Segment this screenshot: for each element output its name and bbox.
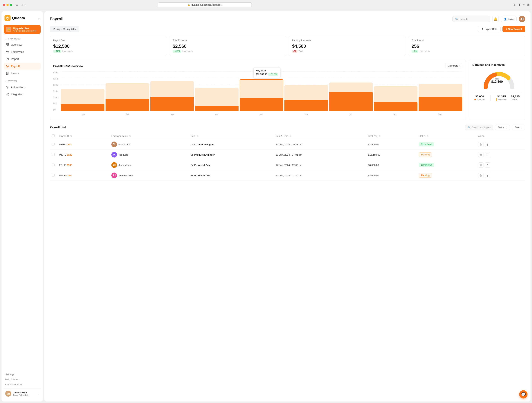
- help-link[interactable]: Help Centre: [4, 377, 41, 382]
- bar-group-may[interactable]: May 2024 $12,740.00 ↑ 51.3%: [240, 71, 283, 111]
- sidebar-item-payroll[interactable]: Payroll: [4, 63, 41, 69]
- bar-group-jan[interactable]: [61, 71, 104, 111]
- new-tab-icon[interactable]: +: [523, 3, 525, 6]
- sort-role-icon[interactable]: ⇅: [196, 135, 198, 137]
- status-filter-button[interactable]: Status ⌄: [495, 125, 510, 130]
- sidebar-user[interactable]: JH James Hunt Basic Subscription ⌄: [4, 389, 41, 398]
- bar-group-feb[interactable]: [106, 71, 149, 111]
- delete-button-2[interactable]: 🗑: [478, 162, 483, 168]
- export-button[interactable]: ⬆ Export Data: [478, 26, 500, 32]
- docs-link[interactable]: Documentation: [4, 382, 41, 387]
- sort-date-icon[interactable]: ⇅: [290, 135, 291, 137]
- donut-center-label: Total: [491, 78, 503, 80]
- row-0-id: PYRL-1201: [57, 139, 109, 150]
- sort-status-icon[interactable]: ⇅: [427, 135, 429, 137]
- tooltip-badge: ↑ 51.3%: [268, 73, 278, 76]
- download-icon[interactable]: ⬇: [513, 3, 516, 6]
- page-title: Payroll: [50, 17, 63, 21]
- stat-label-1: Total Expense: [173, 39, 283, 42]
- new-payroll-button[interactable]: + New Payroll: [502, 26, 525, 32]
- table-row-2: FGHE-0935 JH James Hunt Sr. Frontend Dev…: [50, 160, 525, 170]
- view-more-button[interactable]: View More ›: [445, 63, 462, 68]
- search-bar[interactable]: 🔍 Search: [452, 16, 490, 22]
- sidebar-item-employees[interactable]: Employees: [4, 49, 41, 55]
- header-user-avatar[interactable]: JH: [519, 16, 525, 22]
- more-button-3[interactable]: ⋮: [485, 173, 490, 178]
- row-2-select[interactable]: [52, 163, 55, 166]
- status-filter-caret: ⌄: [505, 126, 507, 129]
- settings-link[interactable]: Settings: [4, 372, 41, 377]
- maximize-traffic-light[interactable]: [10, 4, 12, 6]
- svg-point-5: [6, 51, 7, 52]
- bar-group-apr[interactable]: [195, 71, 239, 111]
- delete-button-3[interactable]: 🗑: [478, 173, 483, 178]
- invite-label: Invite: [508, 18, 514, 20]
- y-label-3: $15k: [53, 90, 60, 92]
- bar-group-sept[interactable]: [418, 71, 462, 111]
- row-0-name: GL Grace Lina: [109, 139, 188, 150]
- chat-button[interactable]: 💬: [519, 390, 527, 398]
- x-label-aug: Aug: [373, 113, 418, 115]
- row-0-action: 🗑 ⋮: [476, 139, 525, 150]
- back-button[interactable]: ‹: [22, 3, 23, 6]
- th-employee-name: Employee name ⇅: [109, 133, 188, 139]
- delete-button-1[interactable]: 🗑: [478, 152, 483, 157]
- invite-button[interactable]: 👤 Invite: [501, 16, 517, 22]
- row-0-select[interactable]: [52, 143, 55, 145]
- sidebar-toggle-icon[interactable]: ▭: [16, 3, 18, 6]
- sort-name-icon[interactable]: ⇅: [129, 135, 131, 137]
- more-button-1[interactable]: ⋮: [485, 152, 490, 157]
- chart-title: Payroll Cost Overview: [53, 64, 83, 68]
- row-1-select[interactable]: [52, 153, 55, 156]
- table-row-0: PYRL-1201 GL Grace Lina Lead UI/UX Desig…: [50, 139, 525, 150]
- employees-label: Employees: [11, 50, 24, 53]
- sidebar-logo[interactable]: Quanta ⌄: [4, 14, 41, 22]
- role-filter-button[interactable]: Role ⌄: [512, 125, 525, 130]
- sidebar-item-invoice[interactable]: Invoice: [4, 70, 41, 77]
- search-employees-input[interactable]: 🔍 Search employees: [465, 125, 493, 130]
- bar-group-aug[interactable]: [374, 71, 418, 111]
- legend-bonuses: $5,000 Bonuses: [475, 95, 485, 101]
- sidebar-item-report[interactable]: Report: [4, 56, 41, 62]
- date-range-button[interactable]: 01 July - 31 July 2024: [50, 26, 79, 32]
- invite-icon: 👤: [504, 18, 507, 20]
- row-1-role: Sr. Product Engineer: [188, 150, 273, 160]
- lock-icon: 🔒: [188, 4, 190, 6]
- bar-group-jul[interactable]: [329, 71, 373, 111]
- table-header-row: Payroll ID ⇅ Employee name ⇅ Role ⇅ Date…: [50, 133, 525, 139]
- url-bar[interactable]: 🔒 quanta.ai/dashboard/payroll: [158, 2, 252, 7]
- share-icon[interactable]: ⬆: [518, 3, 521, 6]
- minimize-traffic-light[interactable]: [6, 4, 9, 6]
- notifications-button[interactable]: 🔔: [492, 16, 499, 22]
- sidebar-item-overview[interactable]: Overview: [4, 41, 41, 48]
- bar-group-jun[interactable]: [285, 71, 328, 111]
- sidebar-item-automations[interactable]: Automations: [4, 84, 41, 91]
- close-traffic-light[interactable]: [3, 4, 5, 6]
- delete-button-0[interactable]: 🗑: [478, 142, 483, 147]
- upgrade-card[interactable]: 🔒 Upgrade plan Your free trial will be o…: [4, 25, 41, 34]
- sort-pay-icon[interactable]: ⇅: [379, 135, 380, 137]
- more-button-0[interactable]: ⋮: [485, 142, 490, 147]
- bar-group-mar[interactable]: [150, 71, 194, 111]
- more-button-2[interactable]: ⋮: [485, 162, 490, 168]
- list-filters: 🔍 Search employees Status ⌄ Role ⌄: [465, 125, 525, 130]
- donut-wrapper: Total $12,500: [482, 69, 512, 88]
- stat-meta-3: ↑ 5% Last month: [412, 50, 522, 53]
- tabs-icon[interactable]: ⧉: [527, 3, 529, 6]
- forward-button[interactable]: ›: [25, 3, 25, 6]
- row-2-pay: $8,000.00: [366, 160, 417, 170]
- browser-actions: ⬇ ⬆ + ⧉: [513, 3, 529, 6]
- select-all-checkbox[interactable]: [52, 134, 55, 137]
- sort-id-icon[interactable]: ⇅: [70, 135, 72, 137]
- svg-point-10: [7, 87, 8, 88]
- avatar-james: JH: [111, 162, 117, 168]
- row-2-role: Sr. Frontend Dev: [188, 160, 273, 170]
- th-status: Status ⇅: [417, 133, 476, 139]
- integration-label: Integration: [11, 93, 23, 96]
- search-employees-placeholder: Search employees: [472, 126, 491, 129]
- row-3-status: Pending: [417, 170, 476, 181]
- sidebar-item-integration[interactable]: Integration: [4, 91, 41, 98]
- upgrade-icon: 🔒: [6, 27, 11, 32]
- upgrade-text: Upgrade plan Your free trial will be ove…: [13, 27, 36, 32]
- row-3-select[interactable]: [52, 174, 55, 176]
